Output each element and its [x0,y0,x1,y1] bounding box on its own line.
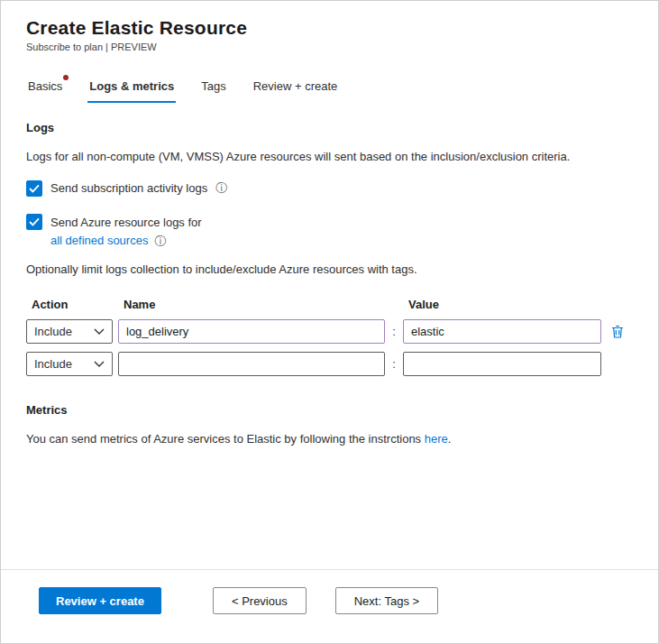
action-select-value: Include [34,357,72,371]
trash-icon [610,324,625,339]
metrics-section-heading: Metrics [26,403,633,417]
tags-hint-text: Optionally limit logs collection to incl… [26,262,633,276]
column-header-name: Name [118,298,385,311]
tag-filter-row: Include : [26,319,633,344]
check-icon [29,184,40,193]
action-select[interactable]: Include [26,319,113,344]
tab-review-create[interactable]: Review + create [252,79,340,103]
activity-logs-checkbox[interactable] [26,180,42,197]
all-defined-sources-link[interactable]: all defined sources [50,234,148,247]
activity-logs-label: Send subscription activity logs [50,180,207,195]
name-value-separator: : [390,357,398,371]
info-icon[interactable]: ⓘ [215,180,227,194]
page-title: Create Elastic Resource [26,17,633,39]
resource-logs-row: Send Azure resource logs for all defined… [26,214,633,247]
tab-tags[interactable]: Tags [199,79,227,103]
tag-value-input[interactable] [403,352,601,376]
tag-value-input[interactable] [403,319,601,344]
logs-description: Logs for all non-compute (VM, VMSS) Azur… [26,150,633,163]
next-tags-button[interactable]: Next: Tags > [335,587,438,614]
resource-logs-checkbox[interactable] [26,214,42,230]
tag-name-input[interactable] [118,319,385,344]
tab-tags-label: Tags [201,79,225,93]
chevron-down-icon [94,328,105,335]
tag-name-input[interactable] [118,352,385,376]
tab-logs-metrics-label: Logs & metrics [89,79,174,93]
previous-button[interactable]: < Previous [213,587,307,614]
tab-basics-label: Basics [28,79,62,93]
tab-review-create-label: Review + create [253,79,338,93]
metrics-text-after: . [448,432,452,446]
check-icon [29,217,40,226]
name-value-separator: : [390,325,398,338]
create-elastic-resource-page: Create Elastic Resource Subscribe to pla… [0,0,659,644]
metrics-description: You can send metrics of Azure services t… [26,432,633,446]
column-header-spacer [390,298,398,311]
activity-logs-row: Send subscription activity logs ⓘ [26,180,633,197]
tab-basics[interactable]: Basics [26,79,64,103]
logs-section-heading: Logs [26,121,633,134]
tab-logs-metrics[interactable]: Logs & metrics [87,79,176,103]
footer-bar: Review + create < Previous Next: Tags > [1,569,658,643]
metrics-here-link[interactable]: here [425,432,448,446]
info-icon[interactable]: ⓘ [154,234,166,247]
review-create-button[interactable]: Review + create [39,587,161,614]
tab-bar: Basics Logs & metrics Tags Review + crea… [26,79,633,103]
column-header-value: Value [403,298,601,311]
tag-filter-row: Include : [26,352,633,376]
chevron-down-icon [94,361,105,367]
resource-logs-label: Send Azure resource logs for [50,215,202,229]
action-select-value: Include [34,325,72,338]
delete-row-button[interactable] [607,321,628,343]
action-select[interactable]: Include [26,352,113,376]
metrics-text-before: You can send metrics of Azure services t… [26,432,425,446]
tag-table-header: Action Name Value [26,298,633,311]
column-header-action: Action [26,298,113,311]
error-dot-icon [63,75,69,80]
page-subtitle: Subscribe to plan | PREVIEW [26,41,633,52]
